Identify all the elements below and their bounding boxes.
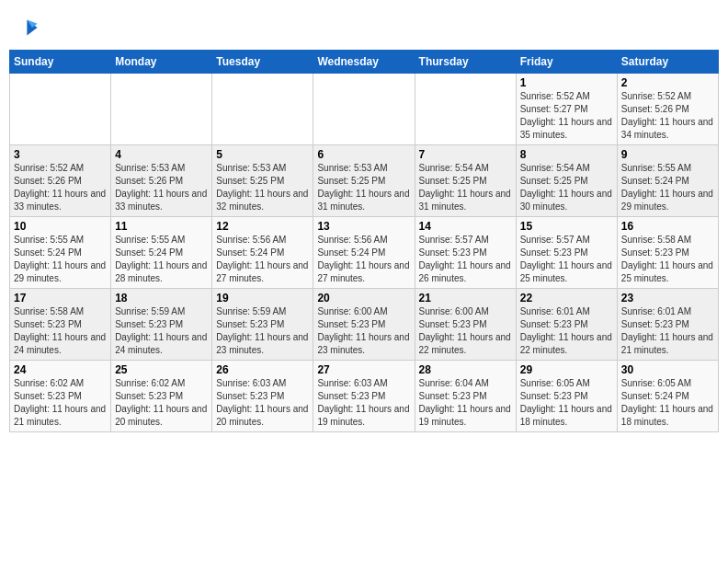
- week-row-3: 10 Sunrise: 5:55 AMSunset: 5:24 PMDaylig…: [10, 217, 719, 289]
- day-number: 16: [621, 220, 714, 233]
- calendar-cell: 12 Sunrise: 5:56 AMSunset: 5:24 PMDaylig…: [212, 217, 313, 289]
- day-info: Sunrise: 5:52 AMSunset: 5:26 PMDaylight:…: [621, 90, 714, 142]
- calendar-cell: 13 Sunrise: 5:56 AMSunset: 5:24 PMDaylig…: [313, 217, 415, 289]
- calendar-cell: 21 Sunrise: 6:00 AMSunset: 5:23 PMDaylig…: [415, 289, 516, 361]
- day-info: Sunrise: 6:00 AMSunset: 5:23 PMDaylight:…: [419, 305, 512, 357]
- calendar-cell: 20 Sunrise: 6:00 AMSunset: 5:23 PMDaylig…: [313, 289, 415, 361]
- header-row: SundayMondayTuesdayWednesdayThursdayFrid…: [10, 51, 719, 74]
- day-number: 2: [621, 76, 714, 89]
- day-number: 23: [621, 292, 714, 304]
- calendar-cell: [415, 74, 516, 145]
- header-day-saturday: Saturday: [617, 51, 718, 74]
- day-info: Sunrise: 5:58 AMSunset: 5:23 PMDaylight:…: [14, 305, 107, 357]
- calendar-cell: 29 Sunrise: 6:05 AMSunset: 5:23 PMDaylig…: [516, 361, 617, 432]
- day-info: Sunrise: 5:53 AMSunset: 5:25 PMDaylight:…: [317, 162, 410, 213]
- week-row-5: 24 Sunrise: 6:02 AMSunset: 5:23 PMDaylig…: [10, 361, 719, 432]
- calendar-table: SundayMondayTuesdayWednesdayThursdayFrid…: [9, 50, 719, 432]
- page-header: [9, 9, 719, 46]
- day-number: 4: [115, 148, 208, 161]
- calendar-cell: 8 Sunrise: 5:54 AMSunset: 5:25 PMDayligh…: [516, 145, 617, 217]
- day-info: Sunrise: 5:58 AMSunset: 5:23 PMDaylight:…: [621, 234, 714, 285]
- day-info: Sunrise: 5:54 AMSunset: 5:25 PMDaylight:…: [419, 162, 512, 213]
- day-info: Sunrise: 5:55 AMSunset: 5:24 PMDaylight:…: [621, 162, 714, 213]
- calendar-cell: 18 Sunrise: 5:59 AMSunset: 5:23 PMDaylig…: [111, 289, 212, 361]
- header-day-tuesday: Tuesday: [212, 51, 313, 74]
- calendar-cell: 6 Sunrise: 5:53 AMSunset: 5:25 PMDayligh…: [313, 145, 415, 217]
- day-number: 25: [115, 363, 208, 376]
- calendar-cell: 3 Sunrise: 5:52 AMSunset: 5:26 PMDayligh…: [10, 145, 111, 217]
- day-info: Sunrise: 5:54 AMSunset: 5:25 PMDaylight:…: [520, 162, 613, 213]
- day-info: Sunrise: 6:05 AMSunset: 5:24 PMDaylight:…: [621, 377, 714, 429]
- day-info: Sunrise: 5:59 AMSunset: 5:23 PMDaylight:…: [216, 305, 309, 357]
- day-number: 26: [216, 363, 309, 376]
- calendar-cell: 25 Sunrise: 6:02 AMSunset: 5:23 PMDaylig…: [111, 361, 212, 432]
- day-number: 11: [115, 220, 208, 233]
- header-day-wednesday: Wednesday: [313, 51, 415, 74]
- week-row-4: 17 Sunrise: 5:58 AMSunset: 5:23 PMDaylig…: [10, 289, 719, 361]
- day-number: 30: [621, 363, 714, 376]
- day-info: Sunrise: 6:01 AMSunset: 5:23 PMDaylight:…: [621, 305, 714, 357]
- day-info: Sunrise: 5:53 AMSunset: 5:25 PMDaylight:…: [216, 162, 309, 213]
- day-number: 14: [419, 220, 512, 233]
- day-info: Sunrise: 5:59 AMSunset: 5:23 PMDaylight:…: [115, 305, 208, 357]
- calendar-cell: [10, 74, 111, 145]
- calendar-cell: 5 Sunrise: 5:53 AMSunset: 5:25 PMDayligh…: [212, 145, 313, 217]
- day-number: 22: [520, 292, 613, 304]
- calendar-cell: 27 Sunrise: 6:03 AMSunset: 5:23 PMDaylig…: [313, 361, 415, 432]
- day-info: Sunrise: 6:02 AMSunset: 5:23 PMDaylight:…: [14, 377, 107, 429]
- header-day-sunday: Sunday: [10, 51, 111, 74]
- day-number: 1: [520, 76, 613, 89]
- day-info: Sunrise: 5:56 AMSunset: 5:24 PMDaylight:…: [317, 234, 410, 285]
- calendar-cell: 1 Sunrise: 5:52 AMSunset: 5:27 PMDayligh…: [516, 74, 617, 145]
- calendar-cell: 2 Sunrise: 5:52 AMSunset: 5:26 PMDayligh…: [617, 74, 718, 145]
- calendar-cell: 26 Sunrise: 6:03 AMSunset: 5:23 PMDaylig…: [212, 361, 313, 432]
- header-day-thursday: Thursday: [415, 51, 516, 74]
- day-number: 9: [621, 148, 714, 161]
- calendar-cell: 30 Sunrise: 6:05 AMSunset: 5:24 PMDaylig…: [617, 361, 718, 432]
- day-info: Sunrise: 6:02 AMSunset: 5:23 PMDaylight:…: [115, 377, 208, 429]
- header-day-monday: Monday: [111, 51, 212, 74]
- day-number: 3: [14, 148, 107, 161]
- day-info: Sunrise: 5:55 AMSunset: 5:24 PMDaylight:…: [14, 234, 107, 285]
- day-number: 21: [419, 292, 512, 304]
- day-info: Sunrise: 6:01 AMSunset: 5:23 PMDaylight:…: [520, 305, 613, 357]
- day-info: Sunrise: 5:56 AMSunset: 5:24 PMDaylight:…: [216, 234, 309, 285]
- calendar-cell: 9 Sunrise: 5:55 AMSunset: 5:24 PMDayligh…: [617, 145, 718, 217]
- day-number: 27: [317, 363, 410, 376]
- header-day-friday: Friday: [516, 51, 617, 74]
- day-info: Sunrise: 5:57 AMSunset: 5:23 PMDaylight:…: [520, 234, 613, 285]
- day-info: Sunrise: 5:52 AMSunset: 5:26 PMDaylight:…: [14, 162, 107, 213]
- day-number: 15: [520, 220, 613, 233]
- day-info: Sunrise: 5:55 AMSunset: 5:24 PMDaylight:…: [115, 234, 208, 285]
- day-info: Sunrise: 5:57 AMSunset: 5:23 PMDaylight:…: [419, 234, 512, 285]
- day-info: Sunrise: 5:53 AMSunset: 5:26 PMDaylight:…: [115, 162, 208, 213]
- calendar-cell: 14 Sunrise: 5:57 AMSunset: 5:23 PMDaylig…: [415, 217, 516, 289]
- calendar-cell: 4 Sunrise: 5:53 AMSunset: 5:26 PMDayligh…: [111, 145, 212, 217]
- day-number: 13: [317, 220, 410, 233]
- day-info: Sunrise: 6:03 AMSunset: 5:23 PMDaylight:…: [216, 377, 309, 429]
- day-number: 18: [115, 292, 208, 304]
- week-row-1: 1 Sunrise: 5:52 AMSunset: 5:27 PMDayligh…: [10, 74, 719, 145]
- calendar-cell: 10 Sunrise: 5:55 AMSunset: 5:24 PMDaylig…: [10, 217, 111, 289]
- calendar-cell: 23 Sunrise: 6:01 AMSunset: 5:23 PMDaylig…: [617, 289, 718, 361]
- day-number: 12: [216, 220, 309, 233]
- day-number: 20: [317, 292, 410, 304]
- day-number: 28: [419, 363, 512, 376]
- calendar-cell: [111, 74, 212, 145]
- day-number: 8: [520, 148, 613, 161]
- calendar-cell: 7 Sunrise: 5:54 AMSunset: 5:25 PMDayligh…: [415, 145, 516, 217]
- calendar-cell: 24 Sunrise: 6:02 AMSunset: 5:23 PMDaylig…: [10, 361, 111, 432]
- calendar-cell: 28 Sunrise: 6:04 AMSunset: 5:23 PMDaylig…: [415, 361, 516, 432]
- day-number: 17: [14, 292, 107, 304]
- day-number: 7: [419, 148, 512, 161]
- day-info: Sunrise: 5:52 AMSunset: 5:27 PMDaylight:…: [520, 90, 613, 142]
- calendar-body: 1 Sunrise: 5:52 AMSunset: 5:27 PMDayligh…: [10, 74, 719, 432]
- day-number: 24: [14, 363, 107, 376]
- calendar-cell: 11 Sunrise: 5:55 AMSunset: 5:24 PMDaylig…: [111, 217, 212, 289]
- calendar-cell: 19 Sunrise: 5:59 AMSunset: 5:23 PMDaylig…: [212, 289, 313, 361]
- logo-icon: [13, 15, 39, 40]
- day-info: Sunrise: 6:04 AMSunset: 5:23 PMDaylight:…: [419, 377, 512, 429]
- day-number: 10: [14, 220, 107, 233]
- calendar-cell: 15 Sunrise: 5:57 AMSunset: 5:23 PMDaylig…: [516, 217, 617, 289]
- day-info: Sunrise: 6:03 AMSunset: 5:23 PMDaylight:…: [317, 377, 410, 429]
